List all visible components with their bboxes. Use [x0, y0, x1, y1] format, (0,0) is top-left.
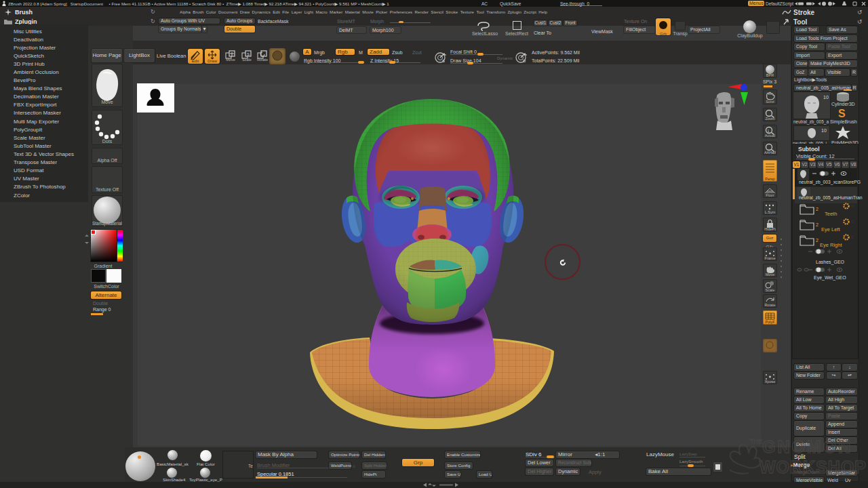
- svg-text:WORKSHOP: WORKSHOP: [760, 458, 867, 476]
- svg-text:GNOMON: GNOMON: [762, 437, 852, 456]
- svg-text:S: S: [838, 108, 846, 119]
- svg-text:D: D: [523, 59, 526, 63]
- svg-text:1: 1: [768, 129, 770, 133]
- svg-text:S: S: [442, 59, 445, 63]
- svg-text:10: 10: [823, 95, 829, 100]
- svg-text:S: S: [247, 52, 250, 56]
- svg-text:10: 10: [821, 128, 827, 133]
- svg-text:THE: THE: [750, 438, 762, 445]
